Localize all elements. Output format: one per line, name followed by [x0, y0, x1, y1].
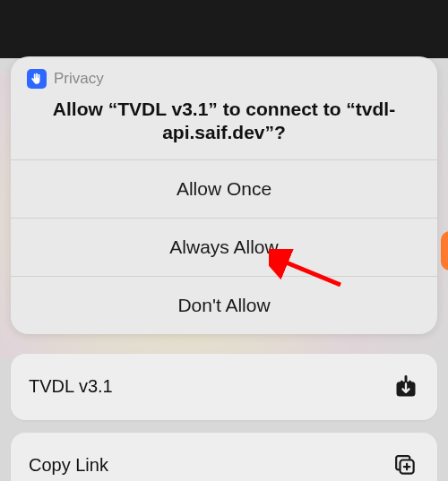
- dialog-header: Privacy Allow “TVDL v3.1” to connect to …: [11, 56, 437, 159]
- share-action-copy-link[interactable]: Copy Link: [11, 433, 437, 482]
- always-allow-button[interactable]: Always Allow: [11, 218, 437, 276]
- dont-allow-button[interactable]: Don't Allow: [11, 276, 437, 334]
- share-action-tvdl[interactable]: TVDL v3.1: [11, 354, 437, 420]
- top-bar: [0, 0, 448, 58]
- dialog-message: Allow “TVDL v3.1” to connect to “tvdl-ap…: [27, 98, 421, 145]
- share-action-label: TVDL v3.1: [29, 376, 113, 397]
- privacy-dialog: Privacy Allow “TVDL v3.1” to connect to …: [11, 56, 437, 334]
- copy-plus-icon: [392, 452, 419, 479]
- privacy-hand-icon: [27, 69, 47, 89]
- download-box-icon: [392, 374, 419, 400]
- privacy-row: Privacy: [27, 69, 421, 89]
- privacy-label: Privacy: [54, 70, 104, 88]
- share-action-label: Copy Link: [29, 455, 108, 476]
- allow-once-button[interactable]: Allow Once: [11, 159, 437, 218]
